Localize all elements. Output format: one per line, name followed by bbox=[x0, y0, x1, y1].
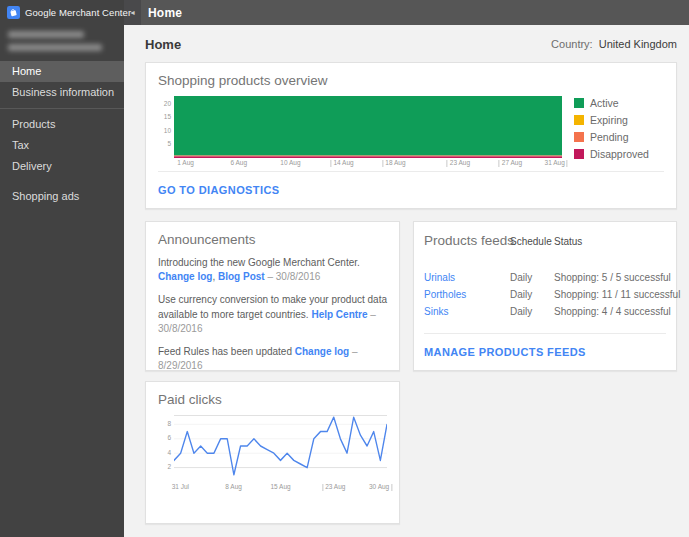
google-merchant-center-app: Google Merchant Center Home Business inf… bbox=[0, 0, 689, 537]
sidebar-item-shopping-ads[interactable]: Shopping ads bbox=[0, 186, 124, 207]
feed-link-portholes[interactable]: Portholes bbox=[424, 289, 510, 300]
legend-item-expiring: Expiring bbox=[574, 114, 664, 126]
paid-clicks-line-plot bbox=[174, 415, 387, 482]
shopping-products-overview-card: Shopping products overview 2015105 1 Aug… bbox=[145, 62, 677, 209]
legend-label-active: Active bbox=[590, 97, 619, 109]
paid-clicks-y-axis: 8642 bbox=[158, 415, 174, 482]
legend-item-active: Active bbox=[574, 97, 664, 109]
page-header: Home Country: United Kingdom bbox=[145, 33, 677, 55]
announcements-card-title: Announcements bbox=[158, 232, 387, 247]
feed-status: Shopping: 11 / 11 successful bbox=[554, 289, 680, 300]
go-to-diagnostics-link[interactable]: GO TO DIAGNOSTICS bbox=[158, 184, 280, 196]
paid-clicks-card: Paid clicks 8642 31 Jul8 Aug15 Aug23 Aug… bbox=[145, 381, 400, 524]
overview-y-axis: 2015105 bbox=[158, 96, 174, 158]
legend-item-disapproved: Disapproved bbox=[574, 148, 664, 160]
announcement-item: Feed Rules has been updated Change log –… bbox=[158, 345, 387, 373]
announcements-list: Introducing the new Google Merchant Cent… bbox=[158, 256, 387, 382]
feeds-table: Urinals Daily Shopping: 5 / 5 successful… bbox=[424, 272, 666, 317]
overview-card-footer: GO TO DIAGNOSTICS bbox=[158, 171, 664, 200]
legend-swatch-pending bbox=[574, 132, 584, 142]
announcement-text: Introducing the new Google Merchant Cent… bbox=[158, 257, 360, 268]
overview-x-axis: 1 Aug6 Aug10 Aug14 Aug18 Aug23 Aug27 Aug… bbox=[174, 158, 562, 170]
legend-label-expiring: Expiring bbox=[590, 114, 628, 126]
page-title: Home bbox=[145, 37, 181, 52]
topbar: ◄ Home bbox=[124, 0, 689, 25]
feeds-header: Products feeds Schedule Status bbox=[424, 233, 666, 248]
account-name-blurred bbox=[8, 31, 84, 38]
brand-name: Google Merchant Center bbox=[25, 7, 131, 18]
account-id-blurred bbox=[8, 44, 102, 51]
country-indicator: Country: United Kingdom bbox=[551, 38, 677, 50]
paid-clicks-card-title: Paid clicks bbox=[158, 392, 387, 407]
blog-post-link[interactable]: Blog Post bbox=[218, 271, 265, 282]
feed-schedule: Daily bbox=[510, 306, 554, 317]
legend-swatch-disapproved bbox=[574, 149, 584, 159]
feed-schedule: Daily bbox=[510, 289, 554, 300]
country-value: United Kingdom bbox=[599, 38, 677, 50]
products-feeds-card: Products feeds Schedule Status Urinals D… bbox=[413, 221, 677, 371]
sidebar-item-tax[interactable]: Tax bbox=[0, 135, 124, 156]
main-content: Home Country: United Kingdom Shopping pr… bbox=[124, 25, 689, 537]
announcement-item: Use currency conversion to make your pro… bbox=[158, 293, 387, 336]
feeds-card-footer: MANAGE PRODUCTS FEEDS bbox=[424, 333, 666, 362]
manage-products-feeds-link[interactable]: MANAGE PRODUCTS FEEDS bbox=[424, 346, 586, 358]
feed-schedule: Daily bbox=[510, 272, 554, 283]
legend-item-pending: Pending bbox=[574, 131, 664, 143]
feed-link-urinals[interactable]: Urinals bbox=[424, 272, 510, 283]
paid-clicks-chart: 8642 31 Jul8 Aug15 Aug23 Aug30 Aug bbox=[158, 415, 387, 494]
sidebar-nav: Home Business information Products Tax D… bbox=[0, 61, 124, 207]
overview-legend: Active Expiring Pending Disapproved bbox=[562, 96, 664, 170]
sidebar-divider bbox=[0, 108, 124, 109]
legend-label-disapproved: Disapproved bbox=[590, 148, 649, 160]
legend-label-pending: Pending bbox=[590, 131, 629, 143]
feeds-col-schedule: Schedule bbox=[510, 236, 554, 247]
account-info-redacted bbox=[0, 25, 124, 61]
sidebar-item-delivery[interactable]: Delivery bbox=[0, 156, 124, 177]
country-label: Country: bbox=[551, 38, 593, 50]
change-log-link[interactable]: Change log bbox=[295, 346, 349, 357]
announcements-card: Announcements Introducing the new Google… bbox=[145, 221, 400, 371]
feeds-col-status: Status bbox=[554, 236, 666, 247]
sidebar: Google Merchant Center Home Business inf… bbox=[0, 0, 124, 537]
sidebar-item-products[interactable]: Products bbox=[0, 114, 124, 135]
feeds-card-title: Products feeds bbox=[424, 233, 510, 248]
announcement-date: – 30/8/2016 bbox=[265, 271, 321, 282]
announcement-text: Feed Rules has been updated bbox=[158, 346, 295, 357]
legend-swatch-active bbox=[574, 98, 584, 108]
overview-card-title: Shopping products overview bbox=[158, 73, 664, 88]
announcement-item: Introducing the new Google Merchant Cent… bbox=[158, 256, 387, 284]
overview-chart: 2015105 1 Aug6 Aug10 Aug14 Aug18 Aug23 A… bbox=[158, 96, 664, 170]
feed-link-sinks[interactable]: Sinks bbox=[424, 306, 510, 317]
feed-status: Shopping: 5 / 5 successful bbox=[554, 272, 680, 283]
legend-swatch-expiring bbox=[574, 115, 584, 125]
overview-area-plot bbox=[174, 96, 562, 158]
merchant-center-logo-icon bbox=[7, 6, 20, 19]
topbar-title: Home bbox=[148, 6, 182, 20]
feed-status: Shopping: 4 / 4 successful bbox=[554, 306, 680, 317]
sidebar-item-home[interactable]: Home bbox=[0, 61, 124, 82]
change-log-link[interactable]: Change log bbox=[158, 271, 212, 282]
paid-clicks-x-axis: 31 Jul8 Aug15 Aug23 Aug30 Aug bbox=[174, 482, 387, 494]
sidebar-item-business-information[interactable]: Business information bbox=[0, 82, 124, 103]
help-centre-link[interactable]: Help Centre bbox=[311, 309, 367, 320]
brand: Google Merchant Center bbox=[0, 0, 124, 25]
